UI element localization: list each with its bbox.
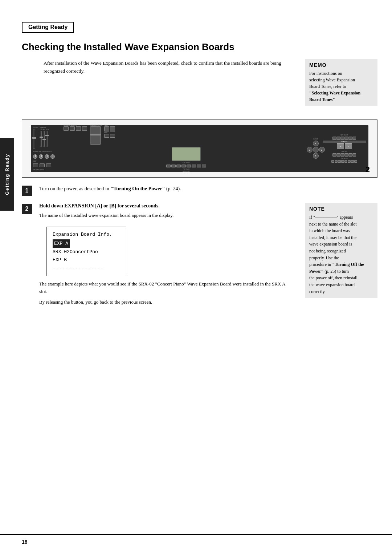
step2-sub-text: The name of the installed wave expansion… <box>39 212 294 219</box>
intro-side: MEMO For instructions on selecting Wave … <box>305 59 377 109</box>
step1-row: 1 Turn on the power, as described in "Tu… <box>22 185 377 196</box>
device-diagram: VOLUME EQUALIZER LOW MID HIGH <box>22 119 377 178</box>
footer-line <box>0 534 392 535</box>
memo-text: For instructions on selecting Wave Expan… <box>309 70 373 103</box>
intro-section: After installation of the Wave Expansion… <box>22 59 377 109</box>
synth-cursor: CURSOR ▲ ◀ ▶ ▼ <box>310 137 321 160</box>
note-text: If "—————" appears next to the name of t… <box>309 214 373 295</box>
page-number: 18 <box>22 539 28 545</box>
note-box: NOTE If "—————" appears next to the name… <box>305 203 377 298</box>
page-container: Getting Ready Getting Ready Checking the… <box>0 0 392 555</box>
section-label: Getting Ready <box>28 24 68 30</box>
lcd-title: Expansion Board Info. <box>53 231 120 239</box>
lcd-line4: ---------------- <box>53 264 120 272</box>
step2-row: 2 Hold down EXPANSION [A] or [B] for sev… <box>22 203 377 309</box>
note-title: NOTE <box>309 206 373 212</box>
lcd-line3: EXP B <box>53 256 120 264</box>
memo-title: MEMO <box>309 62 373 68</box>
intro-main: After installation of the Wave Expansion… <box>22 59 294 109</box>
device-inner: VOLUME EQUALIZER LOW MID HIGH <box>31 125 368 172</box>
section-title: Checking the Installed Wave Expansion Bo… <box>22 41 377 53</box>
side-tab-label: Getting Ready <box>4 154 10 195</box>
step2-desc1: The example here depicts what you would … <box>39 280 294 296</box>
memo-box: MEMO For instructions on selecting Wave … <box>305 59 377 106</box>
synth-part-select: PART SELECT EXPANSION A <box>323 134 366 163</box>
step1-text: Turn on the power, as described in "Turn… <box>39 185 377 193</box>
getting-ready-box: Getting Ready <box>22 22 74 33</box>
step2-desc2: By releasing the button, you go back to … <box>39 299 294 306</box>
step1-badge: 1 <box>22 186 32 196</box>
lcd-line2: SRX-02ConcertPno <box>53 248 120 256</box>
lcd-display: Expansion Board Info. EXP A SRX-02Concer… <box>46 227 126 276</box>
step2-main: Hold down EXPANSION [A] or [B] for sever… <box>39 203 294 309</box>
diagram-number: 2 <box>366 165 370 174</box>
lcd-line1: EXP A <box>53 239 70 248</box>
step1-content: Turn on the power, as described in "Turn… <box>39 185 377 195</box>
step2-side: NOTE If "—————" appears next to the name… <box>305 203 377 309</box>
synth-mid: KEYBOARD TRANSPOSE EXPANSION CONTROL <box>64 125 309 173</box>
steps-section: 1 Turn on the power, as described in "Tu… <box>22 185 377 309</box>
step2-layout: Hold down EXPANSION [A] or [B] for sever… <box>39 203 377 309</box>
side-tab: Getting Ready <box>0 138 14 211</box>
intro-paragraph: After installation of the Wave Expansion… <box>44 59 294 75</box>
step2-badge: 2 <box>22 204 32 214</box>
synth-left: VOLUME EQUALIZER LOW MID HIGH <box>33 127 62 170</box>
step2-main-text: Hold down EXPANSION [A] or [B] for sever… <box>39 203 294 209</box>
main-content: Getting Ready Checking the Installed Wav… <box>22 0 377 309</box>
